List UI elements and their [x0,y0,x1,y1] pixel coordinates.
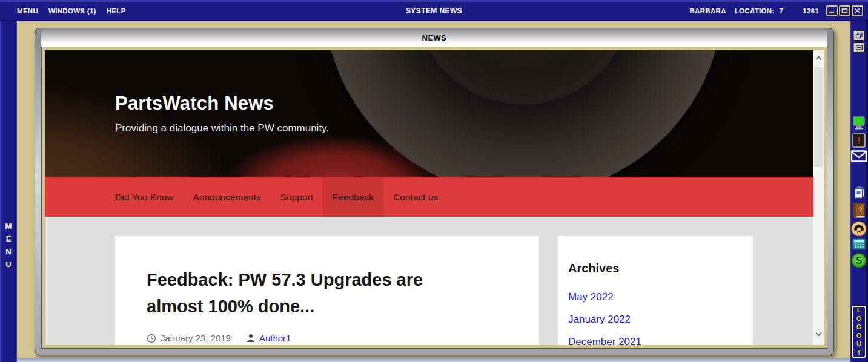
author-icon [247,334,255,343]
clock-icon [147,334,156,343]
minimize-window-button[interactable] [853,42,865,53]
maximize-icon [841,8,848,13]
archive-link-december-2021[interactable]: December 2021 [568,336,743,345]
archive-link-january-2022[interactable]: January 2022 [568,314,743,326]
article-meta: January 23, 2019 Author1 [147,333,539,343]
close-icon [854,8,861,13]
minimize-window-icon [855,44,863,51]
news-window: NEWS PartsWatch News Providing a dialogu… [35,28,834,355]
window-client: PartsWatch News Providing a dialogue wit… [41,47,827,349]
svg-text:S: S [856,255,863,266]
desktop-frame: NEWS PartsWatch News Providing a dialogu… [17,21,850,362]
article-author-link[interactable]: Author1 [259,333,291,343]
svg-text:!: ! [857,135,861,146]
web-viewport: PartsWatch News Providing a dialogue wit… [45,50,824,345]
nav-did-you-know[interactable]: Did You Know [105,178,184,217]
calculator-button[interactable] [852,238,866,250]
nav-announcements[interactable]: Announcements [184,178,271,217]
workstation-button[interactable] [852,116,866,130]
s-logo-button[interactable]: S [851,252,867,269]
close-button[interactable] [852,5,863,16]
svg-text:?: ? [858,205,863,214]
alert-button[interactable]: ! [852,133,866,148]
logout-button[interactable]: LOGOUT [852,306,866,358]
site-tagline: Providing a dialogue within the PW commu… [115,122,329,134]
nav-contact-us[interactable]: Contact us [383,178,448,217]
mail-button[interactable] [851,150,867,162]
calculator-icon [852,242,866,252]
phone-button[interactable] [851,221,867,237]
mail-icon [851,154,867,164]
station-number: 1261 [803,7,819,15]
restore-window-icon [855,32,863,39]
vertical-menu-tab[interactable]: MENU [4,222,13,272]
restore-window-button[interactable] [853,30,865,41]
nav-feedback[interactable]: Feedback [323,178,383,217]
hero-banner: PartsWatch News Providing a dialogue wit… [45,50,813,177]
article-card: Feedback: PW 57.3 Upgrades are almost 10… [115,236,539,345]
vertical-scrollbar[interactable] [813,50,824,345]
alert-icon: ! [852,139,866,150]
article-title: Feedback: PW 57.3 Upgrades are almost 10… [115,236,445,320]
parts-carton-button[interactable] [852,183,866,200]
right-tool-rail: ! ? [850,21,868,362]
archive-link-may-2022[interactable]: May 2022 [568,291,743,303]
window-titlebar: NEWS [41,28,827,47]
site-nav: Did You Know Announcements Support Feedb… [45,177,813,217]
location-label: LOCATION: [735,7,775,15]
app-screen: MENU WINDOWS (1) HELP SYSTEM NEWS BARBAR… [0,0,868,362]
minimize-button[interactable] [826,5,838,16]
help-book-icon: ? [852,210,867,220]
nav-support[interactable]: Support [271,178,323,217]
site-title: PartsWatch News [115,93,274,114]
frame-bottom-strip [17,358,850,362]
top-menubar: MENU WINDOWS (1) HELP SYSTEM NEWS BARBAR… [0,0,868,21]
help-book-button[interactable]: ? [852,202,867,219]
location-value: 7 [780,7,784,15]
logout-label: LOGOUT [855,306,863,357]
workstation-icon [852,122,866,132]
article-date: January 23, 2019 [161,333,231,343]
s-logo-icon: S [851,260,867,271]
minimize-icon [829,8,835,13]
phone-icon [851,228,867,239]
user-name: BARBARA [690,7,726,15]
scrollbar-thumb[interactable] [814,67,823,167]
archives-heading: Archives [568,262,743,275]
scroll-up-icon[interactable] [816,56,822,62]
parts-carton-icon [852,191,866,202]
left-menu-rail: MENU [0,21,17,362]
archives-card: Archives May 2022 January 2022 December … [558,236,753,345]
maximize-button[interactable] [839,5,850,16]
scroll-down-icon[interactable] [816,331,822,337]
